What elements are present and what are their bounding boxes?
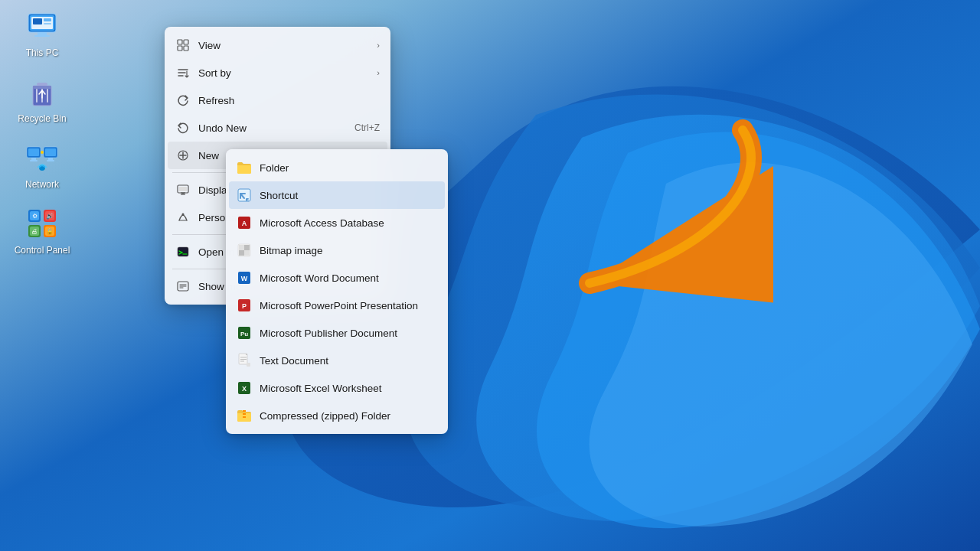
- sort-label: Sort by: [198, 67, 374, 79]
- undo-icon: [175, 120, 191, 135]
- svg-rect-67: [239, 245, 244, 250]
- svg-rect-50: [179, 187, 187, 191]
- desktop-icon-network[interactable]: Network: [11, 139, 73, 190]
- svg-rect-23: [47, 160, 54, 161]
- svg-rect-81: [247, 363, 250, 367]
- personalize-icon: [175, 210, 191, 225]
- submenu-item-publisher[interactable]: Pu Microsoft Publisher Document: [226, 319, 448, 347]
- svg-rect-70: [244, 250, 250, 256]
- word-icon: W: [237, 270, 252, 285]
- svg-text:🔊: 🔊: [46, 212, 54, 220]
- submenu-item-bitmap[interactable]: Bitmap image: [226, 236, 448, 264]
- submenu-item-powerpoint[interactable]: P Microsoft PowerPoint Presentation: [226, 292, 448, 319]
- desktop-icons: This PC Recycle Bin: [11, 8, 73, 256]
- desktop-icon-recycle-bin[interactable]: Recycle Bin: [11, 73, 73, 124]
- folder-icon: [237, 160, 252, 175]
- desktop-icon-this-pc[interactable]: This PC: [11, 8, 73, 58]
- menu-item-sort[interactable]: Sort by ›: [165, 59, 390, 86]
- svg-rect-17: [28, 148, 39, 156]
- svg-rect-55: [178, 247, 188, 256]
- access-icon: A: [237, 215, 252, 230]
- svg-text:W: W: [241, 275, 248, 282]
- folder-label: Folder: [260, 162, 289, 174]
- svg-text:🔒: 🔒: [46, 227, 54, 235]
- control-panel-icon: ⚙ 🔊 🖨 🔒: [24, 205, 60, 242]
- menu-item-refresh[interactable]: Refresh: [165, 86, 390, 114]
- zip-icon: [237, 408, 252, 423]
- svg-rect-19: [45, 148, 56, 156]
- svg-rect-4: [38, 32, 47, 35]
- svg-rect-21: [30, 160, 38, 161]
- undo-label: Undo New: [198, 122, 347, 134]
- submenu-item-access[interactable]: A Microsoft Access Database: [226, 209, 448, 236]
- shortcut-icon: ↗: [237, 187, 252, 203]
- more-icon: [175, 279, 191, 294]
- refresh-icon: [175, 93, 191, 108]
- svg-rect-40: [184, 40, 188, 44]
- submenu-item-zip[interactable]: Compressed (zipped) Folder: [226, 402, 448, 429]
- svg-rect-11: [33, 86, 51, 89]
- recycle-bin-label: Recycle Bin: [18, 113, 66, 124]
- svg-rect-41: [178, 46, 182, 51]
- svg-rect-8: [44, 18, 51, 21]
- svg-rect-22: [48, 158, 53, 160]
- svg-rect-15: [47, 89, 48, 103]
- recycle-bin-icon: [24, 73, 60, 110]
- svg-point-25: [41, 151, 44, 154]
- desktop-icon-control-panel[interactable]: ⚙ 🔊 🖨 🔒 Control Panel: [11, 205, 73, 256]
- svg-rect-39: [178, 40, 182, 44]
- svg-text:Pu: Pu: [240, 331, 248, 337]
- access-label: Microsoft Access Database: [260, 217, 384, 229]
- excel-icon: X: [237, 380, 252, 396]
- svg-text:🖨: 🖨: [31, 228, 38, 235]
- view-label: View: [198, 40, 374, 51]
- svg-rect-85: [243, 413, 246, 415]
- this-pc-label: This PC: [26, 47, 59, 58]
- svg-text:↗: ↗: [247, 198, 249, 202]
- svg-rect-9: [44, 23, 51, 24]
- menu-item-view[interactable]: View ›: [165, 31, 390, 59]
- word-label: Microsoft Word Document: [260, 272, 379, 284]
- svg-text:X: X: [242, 385, 247, 393]
- svg-rect-84: [243, 410, 246, 412]
- network-label: Network: [25, 179, 59, 190]
- powerpoint-icon: P: [237, 298, 252, 313]
- publisher-icon: Pu: [237, 325, 252, 341]
- svg-rect-13: [36, 89, 38, 103]
- terminal-icon: [175, 244, 191, 259]
- submenu-item-shortcut[interactable]: ↗ Shortcut: [229, 181, 445, 209]
- svg-rect-12: [37, 83, 47, 86]
- sort-icon: [175, 65, 191, 80]
- submenu-item-word[interactable]: W Microsoft Word Document: [226, 264, 448, 292]
- undo-shortcut: Ctrl+Z: [354, 122, 380, 133]
- svg-rect-20: [31, 158, 36, 160]
- svg-rect-5: [34, 35, 50, 37]
- svg-rect-69: [239, 250, 244, 256]
- svg-text:P: P: [242, 302, 247, 310]
- svg-rect-86: [243, 416, 246, 418]
- publisher-label: Microsoft Publisher Document: [260, 328, 397, 339]
- svg-text:A: A: [242, 220, 247, 227]
- text-doc-label: Text Document: [260, 355, 328, 367]
- new-submenu: Folder ↗ Shortcut A Microsoft Access Dat…: [226, 149, 448, 434]
- excel-label: Microsoft Excel Worksheet: [260, 383, 382, 394]
- zip-label: Compressed (zipped) Folder: [260, 410, 390, 422]
- new-icon: [175, 148, 191, 163]
- menu-item-undo[interactable]: Undo New Ctrl+Z: [165, 114, 390, 142]
- submenu-item-text[interactable]: Text Document: [226, 347, 448, 374]
- wave-overlay: [0, 0, 980, 551]
- submenu-item-folder[interactable]: Folder: [226, 154, 448, 181]
- svg-rect-68: [244, 245, 250, 250]
- svg-rect-42: [184, 46, 188, 51]
- control-panel-label: Control Panel: [15, 245, 70, 256]
- svg-rect-7: [33, 18, 42, 24]
- view-icon: [175, 37, 191, 53]
- bitmap-icon: [237, 243, 252, 258]
- submenu-item-excel[interactable]: X Microsoft Excel Worksheet: [226, 374, 448, 402]
- text-doc-icon: [237, 353, 252, 368]
- svg-point-54: [182, 214, 185, 216]
- refresh-label: Refresh: [198, 95, 380, 106]
- bitmap-label: Bitmap image: [260, 245, 323, 256]
- network-icon: [24, 139, 60, 176]
- view-chevron: ›: [377, 41, 380, 50]
